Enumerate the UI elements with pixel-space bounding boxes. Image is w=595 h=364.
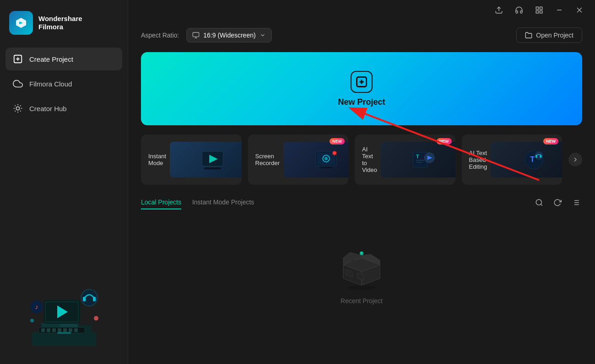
svg-line-67 bbox=[541, 204, 542, 205]
projects-tabs: Local Projects Instant Mode Projects bbox=[141, 196, 265, 209]
instant-mode-label: Instant Mode bbox=[148, 153, 166, 166]
cloud-icon bbox=[13, 79, 23, 89]
svg-rect-21 bbox=[47, 328, 50, 332]
svg-point-3 bbox=[16, 107, 19, 110]
upload-button[interactable] bbox=[491, 2, 507, 18]
svg-rect-30 bbox=[540, 7, 542, 9]
svg-rect-25 bbox=[69, 328, 72, 332]
sidebar: Wondershare Filmora Create Project Filmo… bbox=[0, 0, 128, 364]
svg-point-66 bbox=[536, 199, 541, 205]
search-button[interactable] bbox=[533, 196, 546, 209]
new-project-banner[interactable]: New Project bbox=[141, 52, 582, 125]
feature-card-ai-text-video[interactable]: NEW AI Text to Video T bbox=[355, 134, 455, 185]
minimize-button[interactable] bbox=[551, 2, 568, 18]
svg-rect-32 bbox=[536, 11, 538, 13]
app-logo: Wondershare Filmora bbox=[0, 0, 128, 48]
bulb-icon bbox=[13, 103, 23, 113]
svg-point-51 bbox=[325, 157, 328, 160]
logo-icon bbox=[9, 11, 33, 35]
plus-icon bbox=[355, 75, 368, 88]
instant-mode-image bbox=[170, 142, 241, 177]
aspect-ratio-label: Aspect Ratio: bbox=[141, 32, 179, 39]
chevron-down-icon bbox=[260, 32, 266, 38]
titlebar bbox=[128, 0, 595, 20]
projects-actions bbox=[533, 196, 582, 209]
close-button[interactable] bbox=[571, 2, 588, 18]
svg-rect-26 bbox=[74, 328, 78, 332]
logo-line1: Wondershare bbox=[38, 15, 82, 23]
ai-text-video-label: AI Text to Video bbox=[362, 146, 377, 173]
main-content: Aspect Ratio: 16:9 (Widescreen) Open Pro… bbox=[128, 0, 595, 364]
svg-rect-57 bbox=[416, 160, 424, 161]
sidebar-item-filmora-cloud[interactable]: Filmora Cloud bbox=[5, 72, 122, 95]
open-project-label: Open Project bbox=[536, 32, 573, 39]
svg-point-18 bbox=[30, 319, 34, 322]
empty-state-label: Recent Project bbox=[341, 297, 383, 305]
svg-rect-52 bbox=[320, 166, 333, 168]
ai-text-video-image: T bbox=[381, 142, 455, 177]
svg-rect-22 bbox=[52, 328, 56, 332]
feature-card-screen-recorder[interactable]: NEW Screen Recorder bbox=[248, 134, 349, 185]
view-toggle-button[interactable] bbox=[569, 196, 582, 209]
empty-state: Recent Project bbox=[141, 217, 582, 305]
sidebar-illustration: ♪ bbox=[0, 263, 128, 364]
logo-text: Wondershare Filmora bbox=[38, 15, 82, 31]
svg-rect-31 bbox=[540, 11, 542, 13]
ai-text-editing-image: T bbox=[491, 142, 562, 177]
screen-recorder-label: Screen Recorder bbox=[255, 153, 280, 166]
sidebar-item-label-create: Create Project bbox=[29, 55, 73, 63]
aspect-ratio-bar: Aspect Ratio: 16:9 (Widescreen) Open Pro… bbox=[141, 27, 582, 43]
svg-point-75 bbox=[361, 252, 362, 253]
sidebar-item-label-cloud: Filmora Cloud bbox=[29, 80, 72, 88]
folder-icon bbox=[525, 32, 532, 39]
tab-local-projects[interactable]: Local Projects bbox=[141, 196, 181, 209]
svg-point-76 bbox=[348, 285, 375, 290]
svg-rect-29 bbox=[536, 7, 538, 9]
feature-card-instant-mode[interactable]: Instant Mode bbox=[141, 134, 242, 185]
ai-text-video-badge: NEW bbox=[437, 138, 452, 145]
open-project-button[interactable]: Open Project bbox=[516, 27, 582, 43]
svg-text:T: T bbox=[416, 154, 419, 159]
svg-rect-24 bbox=[63, 328, 67, 332]
plus-square-icon bbox=[13, 54, 23, 64]
svg-point-17 bbox=[94, 316, 98, 321]
svg-text:T: T bbox=[530, 155, 535, 163]
logo-line2: Filmora bbox=[38, 23, 82, 31]
svg-point-54 bbox=[333, 152, 336, 155]
svg-rect-4 bbox=[32, 332, 96, 346]
svg-rect-36 bbox=[193, 32, 199, 37]
scroll-right-button[interactable] bbox=[568, 153, 582, 166]
ai-text-editing-label: AI Text Based Editing bbox=[469, 150, 487, 170]
refresh-button[interactable] bbox=[551, 196, 564, 209]
screen-recorder-badge: NEW bbox=[330, 138, 345, 145]
sidebar-navigation: Create Project Filmora Cloud Creator Hub bbox=[0, 48, 128, 120]
new-project-icon bbox=[351, 71, 373, 93]
aspect-ratio-value: 16:9 (Widescreen) bbox=[203, 32, 255, 39]
grid-button[interactable] bbox=[531, 2, 547, 18]
feature-card-ai-text-editing[interactable]: NEW AI Text Based Editing T bbox=[462, 134, 563, 185]
svg-rect-27 bbox=[57, 332, 71, 334]
illustration-graphic: ♪ bbox=[18, 273, 110, 355]
monitor-icon bbox=[192, 32, 200, 39]
feature-cards-row: Instant Mode NEW Screen Recorder bbox=[141, 134, 582, 185]
projects-header: Local Projects Instant Mode Projects bbox=[141, 196, 582, 209]
svg-rect-20 bbox=[41, 328, 45, 332]
content-area: Aspect Ratio: 16:9 (Widescreen) Open Pro… bbox=[128, 20, 595, 364]
tab-instant-mode-projects[interactable]: Instant Mode Projects bbox=[192, 196, 254, 209]
empty-box-illustration bbox=[332, 235, 391, 290]
ai-text-editing-badge: NEW bbox=[543, 138, 558, 145]
svg-rect-64 bbox=[536, 155, 537, 157]
svg-text:♪: ♪ bbox=[35, 303, 38, 310]
sidebar-item-creator-hub[interactable]: Creator Hub bbox=[5, 97, 122, 120]
sidebar-item-label-hub: Creator Hub bbox=[29, 105, 67, 112]
aspect-ratio-select[interactable]: 16:9 (Widescreen) bbox=[186, 28, 271, 43]
svg-rect-13 bbox=[83, 297, 86, 301]
headset-button[interactable] bbox=[511, 2, 527, 18]
svg-rect-46 bbox=[204, 167, 221, 170]
svg-rect-58 bbox=[416, 162, 422, 163]
sidebar-item-create-project[interactable]: Create Project bbox=[5, 48, 122, 70]
svg-rect-14 bbox=[93, 297, 96, 301]
new-project-label: New Project bbox=[338, 97, 385, 107]
svg-rect-65 bbox=[540, 155, 541, 157]
svg-rect-47 bbox=[209, 166, 216, 167]
